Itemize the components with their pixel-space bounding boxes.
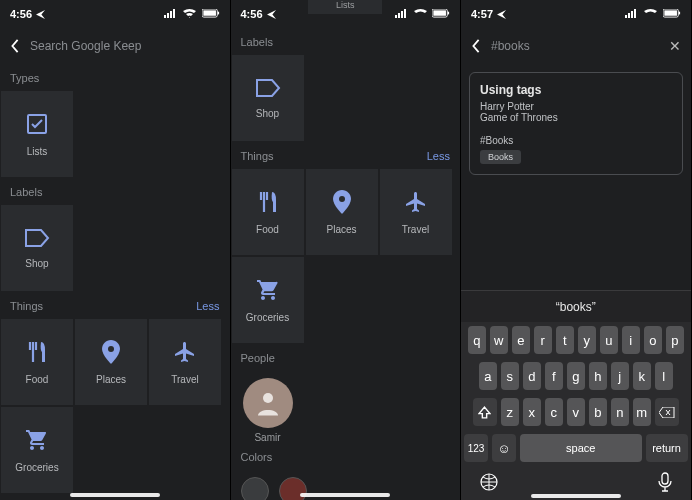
search-bar[interactable]: #books ✕: [461, 28, 691, 64]
svg-rect-3: [173, 9, 175, 18]
tile-label: Places: [96, 374, 126, 385]
thing-tile-places[interactable]: Places: [74, 318, 148, 406]
clock-text: 4:56: [10, 8, 32, 20]
key-q[interactable]: q: [468, 326, 486, 354]
svg-rect-20: [631, 11, 633, 18]
clock-text: 4:56: [241, 8, 263, 20]
plane-icon: [404, 190, 428, 214]
svg-rect-12: [404, 9, 406, 18]
mic-icon[interactable]: [657, 472, 673, 492]
home-indicator[interactable]: [531, 494, 621, 498]
food-icon: [26, 340, 48, 364]
key-k[interactable]: k: [633, 362, 651, 390]
svg-point-17: [263, 393, 273, 403]
svg-point-16: [339, 196, 345, 202]
key-h[interactable]: h: [589, 362, 607, 390]
home-indicator[interactable]: [70, 493, 160, 497]
key-g[interactable]: g: [567, 362, 585, 390]
checkbox-icon: [25, 112, 49, 136]
key-f[interactable]: f: [545, 362, 563, 390]
key-l[interactable]: l: [655, 362, 673, 390]
location-icon: [267, 10, 276, 19]
key-z[interactable]: z: [501, 398, 519, 426]
key-y[interactable]: y: [578, 326, 596, 354]
key-d[interactable]: d: [523, 362, 541, 390]
less-link[interactable]: Less: [196, 300, 219, 312]
thing-tile-travel[interactable]: Travel: [148, 318, 222, 406]
key-t[interactable]: t: [556, 326, 574, 354]
svg-rect-5: [203, 10, 216, 15]
clock-text: 4:57: [471, 8, 493, 20]
label-tile-shop[interactable]: Shop: [0, 204, 74, 292]
svg-rect-1: [167, 13, 169, 18]
key-v[interactable]: v: [567, 398, 585, 426]
tile-label: Shop: [25, 258, 48, 269]
person-icon: [253, 388, 283, 418]
numbers-key[interactable]: 123: [464, 434, 488, 462]
thing-tile-travel[interactable]: Travel: [379, 168, 453, 256]
key-e[interactable]: e: [512, 326, 530, 354]
space-key[interactable]: space: [520, 434, 642, 462]
note-card[interactable]: Using tags Harry Potter Game of Thrones …: [469, 72, 683, 175]
status-bar: 4:56: [231, 0, 461, 28]
tile-label: Food: [26, 374, 49, 385]
person-samir[interactable]: Samir: [231, 378, 461, 443]
key-a[interactable]: a: [479, 362, 497, 390]
svg-rect-10: [398, 13, 400, 18]
thing-tile-groceries[interactable]: Groceries: [0, 406, 74, 494]
return-key[interactable]: return: [646, 434, 688, 462]
globe-icon[interactable]: [479, 472, 499, 492]
thing-tile-food[interactable]: Food: [0, 318, 74, 406]
status-bar: 4:57: [461, 0, 691, 28]
backspace-key[interactable]: [655, 398, 679, 426]
search-placeholder: Search Google Keep: [30, 39, 141, 53]
search-bar[interactable]: Search Google Keep: [0, 28, 230, 64]
shift-key[interactable]: [473, 398, 497, 426]
shift-icon: [478, 406, 491, 419]
svg-rect-18: [625, 15, 627, 18]
label-chip[interactable]: Books: [480, 150, 521, 164]
backspace-icon: [659, 407, 675, 418]
label-icon: [255, 78, 281, 98]
type-tile-lists[interactable]: Lists: [0, 90, 74, 178]
key-m[interactable]: m: [633, 398, 651, 426]
label-tile-shop[interactable]: Shop: [231, 54, 305, 142]
key-b[interactable]: b: [589, 398, 607, 426]
key-s[interactable]: s: [501, 362, 519, 390]
key-i[interactable]: i: [622, 326, 640, 354]
key-o[interactable]: o: [644, 326, 662, 354]
people-header: People: [231, 344, 461, 370]
key-p[interactable]: p: [666, 326, 684, 354]
key-w[interactable]: w: [490, 326, 508, 354]
labels-header: Labels: [231, 28, 461, 54]
key-u[interactable]: u: [600, 326, 618, 354]
cart-icon: [256, 278, 280, 302]
label-icon: [24, 228, 50, 248]
clear-icon[interactable]: ✕: [669, 38, 681, 54]
keyboard[interactable]: “books” qwertyuiop asdfghjkl zxcvbnm 123…: [461, 290, 691, 500]
key-j[interactable]: j: [611, 362, 629, 390]
home-indicator[interactable]: [300, 493, 390, 497]
keyboard-suggestion[interactable]: “books”: [461, 290, 691, 322]
back-icon[interactable]: [10, 39, 20, 53]
note-title: Using tags: [480, 83, 672, 97]
thing-tile-food[interactable]: Food: [231, 168, 305, 256]
less-link[interactable]: Less: [427, 150, 450, 162]
screen-search-scrolled: Lists 4:56 Labels Shop ThingsLess Food P…: [231, 0, 462, 500]
thing-tile-groceries[interactable]: Groceries: [231, 256, 305, 344]
food-icon: [257, 190, 279, 214]
emoji-key[interactable]: ☺: [492, 434, 516, 462]
svg-rect-14: [433, 10, 446, 15]
status-bar: 4:56: [0, 0, 230, 28]
key-c[interactable]: c: [545, 398, 563, 426]
svg-rect-15: [448, 12, 449, 15]
svg-rect-21: [634, 9, 636, 18]
key-x[interactable]: x: [523, 398, 541, 426]
color-swatch-dark[interactable]: [241, 477, 269, 500]
key-n[interactable]: n: [611, 398, 629, 426]
back-icon[interactable]: [471, 39, 481, 53]
search-query: #books: [491, 39, 530, 53]
thing-tile-places[interactable]: Places: [305, 168, 379, 256]
key-r[interactable]: r: [534, 326, 552, 354]
things-header: Things Less: [0, 292, 230, 318]
